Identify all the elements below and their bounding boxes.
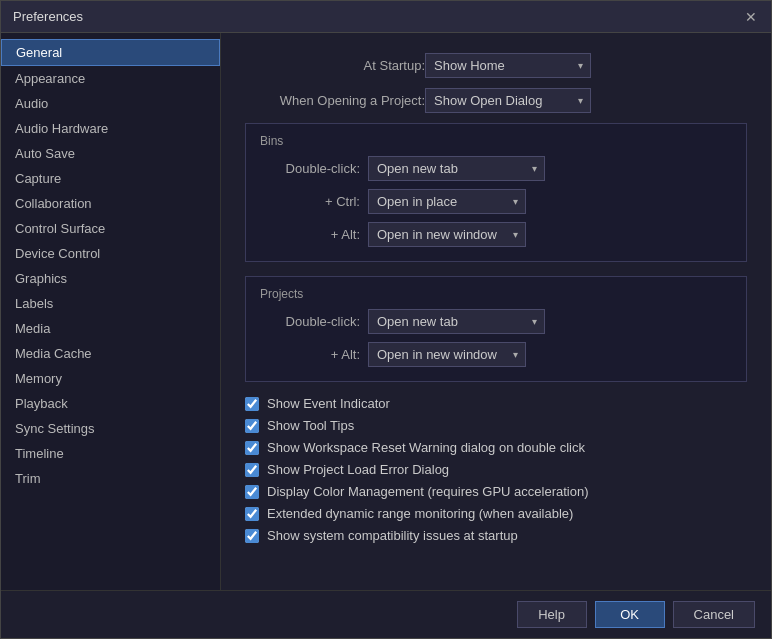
sidebar-item-collaboration[interactable]: Collaboration [1, 191, 220, 216]
bins-alt-select[interactable]: Open in new windowOpen new tabOpen in pl… [368, 222, 526, 247]
checkbox-5[interactable] [245, 507, 259, 521]
sidebar-item-sync-settings[interactable]: Sync Settings [1, 416, 220, 441]
bins-double-row: Double-click: Open new tabOpen in placeO… [260, 156, 732, 181]
checkbox-row-1: Show Tool Tips [245, 418, 747, 433]
bins-alt-label: + Alt: [260, 227, 360, 242]
sidebar-item-audio-hardware[interactable]: Audio Hardware [1, 116, 220, 141]
projects-double-label: Double-click: [260, 314, 360, 329]
sidebar-item-media-cache[interactable]: Media Cache [1, 341, 220, 366]
project-select-wrapper: Show HomeShow Open DialogShow Recent Pro… [425, 88, 591, 113]
checkbox-row-3: Show Project Load Error Dialog [245, 462, 747, 477]
sidebar-item-auto-save[interactable]: Auto Save [1, 141, 220, 166]
checkbox-row-5: Extended dynamic range monitoring (when … [245, 506, 747, 521]
sidebar: GeneralAppearanceAudioAudio HardwareAuto… [1, 33, 221, 590]
checkboxes-section: Show Event IndicatorShow Tool TipsShow W… [245, 396, 747, 543]
bins-double-label: Double-click: [260, 161, 360, 176]
sidebar-item-capture[interactable]: Capture [1, 166, 220, 191]
project-label: When Opening a Project: [245, 93, 425, 108]
project-select[interactable]: Show HomeShow Open DialogShow Recent Pro… [425, 88, 591, 113]
bins-section: Bins Double-click: Open new tabOpen in p… [245, 123, 747, 262]
checkbox-row-4: Display Color Management (requires GPU a… [245, 484, 747, 499]
checkbox-label-0: Show Event Indicator [267, 396, 390, 411]
checkbox-label-4: Display Color Management (requires GPU a… [267, 484, 589, 499]
projects-alt-row: + Alt: Open in new windowOpen new tabOpe… [260, 342, 732, 367]
checkbox-row-2: Show Workspace Reset Warning dialog on d… [245, 440, 747, 455]
bins-alt-select-wrapper: Open in new windowOpen new tabOpen in pl… [368, 222, 526, 247]
checkbox-row-6: Show system compatibility issues at star… [245, 528, 747, 543]
sidebar-item-media[interactable]: Media [1, 316, 220, 341]
content-area: At Startup: Show HomeShow Open DialogSho… [221, 33, 771, 590]
bins-ctrl-row: + Ctrl: Open in placeOpen new tabOpen in… [260, 189, 732, 214]
bins-double-select-wrapper: Open new tabOpen in placeOpen in new win… [368, 156, 545, 181]
sidebar-item-timeline[interactable]: Timeline [1, 441, 220, 466]
projects-label: Projects [260, 287, 732, 301]
checkbox-1[interactable] [245, 419, 259, 433]
projects-double-row: Double-click: Open new tabOpen in placeO… [260, 309, 732, 334]
checkbox-label-2: Show Workspace Reset Warning dialog on d… [267, 440, 585, 455]
sidebar-item-labels[interactable]: Labels [1, 291, 220, 316]
sidebar-item-general[interactable]: General [1, 39, 220, 66]
sidebar-item-graphics[interactable]: Graphics [1, 266, 220, 291]
dialog-title: Preferences [13, 9, 83, 24]
checkbox-label-1: Show Tool Tips [267, 418, 354, 433]
close-button[interactable]: ✕ [743, 9, 759, 25]
bins-ctrl-label: + Ctrl: [260, 194, 360, 209]
sidebar-item-device-control[interactable]: Device Control [1, 241, 220, 266]
sidebar-item-control-surface[interactable]: Control Surface [1, 216, 220, 241]
checkbox-0[interactable] [245, 397, 259, 411]
startup-select[interactable]: Show HomeShow Open DialogShow Recent Pro… [425, 53, 591, 78]
bins-alt-row: + Alt: Open in new windowOpen new tabOpe… [260, 222, 732, 247]
sidebar-item-trim[interactable]: Trim [1, 466, 220, 491]
dialog-body: GeneralAppearanceAudioAudio HardwareAuto… [1, 33, 771, 590]
title-bar: Preferences ✕ [1, 1, 771, 33]
checkbox-4[interactable] [245, 485, 259, 499]
checkbox-row-0: Show Event Indicator [245, 396, 747, 411]
startup-label: At Startup: [245, 58, 425, 73]
bins-ctrl-select[interactable]: Open in placeOpen new tabOpen in new win… [368, 189, 526, 214]
checkbox-label-5: Extended dynamic range monitoring (when … [267, 506, 573, 521]
help-button[interactable]: Help [517, 601, 587, 628]
projects-alt-label: + Alt: [260, 347, 360, 362]
sidebar-item-audio[interactable]: Audio [1, 91, 220, 116]
checkbox-label-6: Show system compatibility issues at star… [267, 528, 518, 543]
cancel-button[interactable]: Cancel [673, 601, 755, 628]
projects-section: Projects Double-click: Open new tabOpen … [245, 276, 747, 382]
checkbox-3[interactable] [245, 463, 259, 477]
projects-double-select[interactable]: Open new tabOpen in placeOpen in new win… [368, 309, 545, 334]
projects-alt-select-wrapper: Open in new windowOpen new tabOpen in pl… [368, 342, 526, 367]
startup-select-wrapper: Show HomeShow Open DialogShow Recent Pro… [425, 53, 591, 78]
projects-double-select-wrapper: Open new tabOpen in placeOpen in new win… [368, 309, 545, 334]
bins-label: Bins [260, 134, 732, 148]
bins-ctrl-select-wrapper: Open in placeOpen new tabOpen in new win… [368, 189, 526, 214]
sidebar-item-playback[interactable]: Playback [1, 391, 220, 416]
preferences-dialog: Preferences ✕ GeneralAppearanceAudioAudi… [0, 0, 772, 639]
checkbox-6[interactable] [245, 529, 259, 543]
bins-double-select[interactable]: Open new tabOpen in placeOpen in new win… [368, 156, 545, 181]
footer: Help OK Cancel [1, 590, 771, 638]
sidebar-item-memory[interactable]: Memory [1, 366, 220, 391]
checkbox-2[interactable] [245, 441, 259, 455]
project-row: When Opening a Project: Show HomeShow Op… [245, 88, 747, 113]
startup-row: At Startup: Show HomeShow Open DialogSho… [245, 53, 747, 78]
projects-alt-select[interactable]: Open in new windowOpen new tabOpen in pl… [368, 342, 526, 367]
sidebar-item-appearance[interactable]: Appearance [1, 66, 220, 91]
checkbox-label-3: Show Project Load Error Dialog [267, 462, 449, 477]
ok-button[interactable]: OK [595, 601, 665, 628]
